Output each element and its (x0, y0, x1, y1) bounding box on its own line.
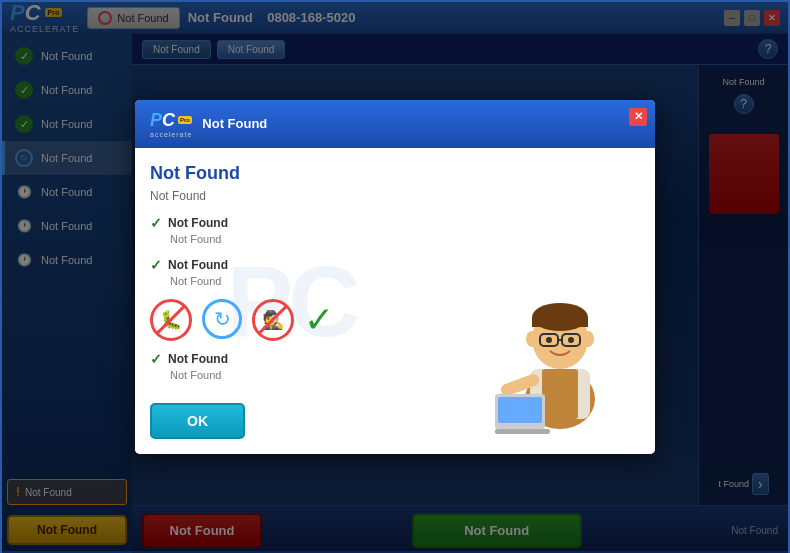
modal-item-desc-0: Not Found (170, 233, 465, 245)
svg-rect-5 (532, 317, 588, 327)
modal-subtitle: Not Found (150, 189, 465, 203)
svg-point-11 (546, 337, 552, 343)
modal-header: PC Pro accelerate Not Found ✕ (135, 100, 655, 148)
modal-close-button[interactable]: ✕ (629, 108, 647, 126)
svg-point-7 (582, 331, 594, 347)
modal-item-1: ✓ Not Found Not Found (150, 257, 465, 287)
svg-point-12 (568, 337, 574, 343)
modal-item-desc-2: Not Found (170, 369, 465, 381)
modal-body: PC Not Found Not Found ✓ Not Found Not F… (135, 148, 655, 454)
modal-item-2: ✓ Not Found Not Found (150, 351, 465, 381)
modal-icons-row: 🐛 ↻ 🕵 (150, 299, 465, 341)
modal-character (480, 163, 640, 439)
modal-logo: PC Pro accelerate (150, 110, 192, 138)
modal-overlay: PC Pro accelerate Not Found ✕ PC Not Fou… (2, 2, 788, 551)
main-window: PC Pro accelerate Not Found Not Found 08… (0, 0, 790, 553)
check-icon-modal-1: ✓ (150, 257, 162, 273)
check-icon-modal-0: ✓ (150, 215, 162, 231)
modal-item-desc-1: Not Found (170, 275, 465, 287)
modal-left: Not Found Not Found ✓ Not Found Not Foun… (150, 163, 465, 439)
sync-clock-icon: ↻ (202, 299, 242, 339)
big-check-icon: ✓ (304, 299, 334, 341)
check-icon-modal-2: ✓ (150, 351, 162, 367)
svg-point-6 (526, 331, 538, 347)
svg-rect-16 (495, 429, 550, 434)
modal-ok-button[interactable]: OK (150, 403, 245, 439)
svg-rect-15 (498, 397, 542, 423)
modal-item-0: ✓ Not Found Not Found (150, 215, 465, 245)
modal-title: Not Found (202, 116, 267, 131)
modal-dialog: PC Pro accelerate Not Found ✕ PC Not Fou… (135, 100, 655, 454)
svg-rect-2 (542, 369, 578, 419)
modal-section-title: Not Found (150, 163, 465, 184)
character-svg (490, 239, 630, 439)
spy-forbidden-icon: 🕵 (252, 299, 294, 341)
bug-forbidden-icon: 🐛 (150, 299, 192, 341)
